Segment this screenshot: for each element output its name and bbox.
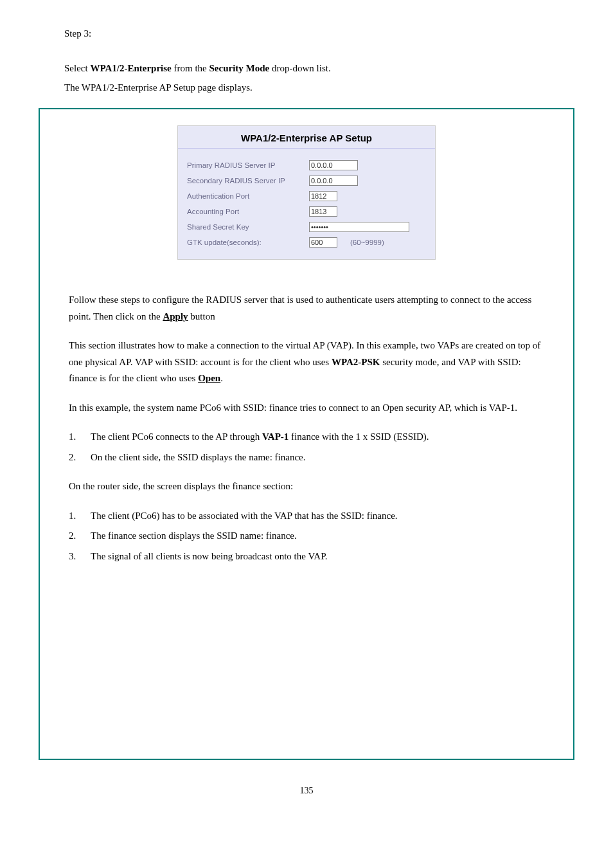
panel-header: WPA1/2-Enterprise AP Setup [178, 126, 435, 149]
wpa-enterprise-panel: WPA1/2-Enterprise AP Setup Primary RADIU… [177, 125, 436, 260]
step-bold-2: Security Mode [209, 63, 270, 73]
step-prefix: Select [64, 63, 88, 73]
gtk-input[interactable] [309, 237, 337, 248]
sect1-t2: On the client side, the SSID displays th… [91, 449, 544, 466]
sect1-n2: 2. [69, 449, 91, 466]
step-number: Step 3: [64, 28, 91, 39]
sect2-t2: The finance section displays the SSID na… [91, 528, 544, 545]
para2-tail-prefix: account is for the client who uses [200, 357, 332, 367]
sect1-n1: 1. [69, 429, 91, 446]
sect1-t1b: VAP-1 [262, 431, 289, 442]
primary-radius-label: Primary RADIUS Server IP [187, 161, 309, 169]
sect2-t1: The client (PCo6) has to be associated w… [91, 508, 544, 525]
para1-apply: Apply [163, 311, 188, 321]
sect1-t1a: The client PCo6 connects to the AP throu… [91, 431, 260, 442]
shared-secret-label: Shared Secret Key [187, 223, 309, 231]
para2-underline: Open [198, 373, 220, 383]
gtk-label: GTK update(seconds): [187, 239, 309, 246]
panel-title: WPA1/2-Enterprise AP Setup [241, 132, 372, 143]
auth-port-label: Authentication Port [187, 192, 309, 200]
setup-title: The WPA1/2-Enterprise AP Setup page disp… [64, 80, 549, 95]
sect2-n3: 3. [69, 548, 91, 565]
para2-bold1: WPA2-PSK [332, 357, 380, 367]
page-number: 135 [0, 786, 613, 796]
body-text: Follow these steps to configure the RADI… [40, 273, 573, 565]
sect1-t1c: finance with the 1 x SSID (ESSID). [291, 431, 429, 442]
acct-port-input[interactable] [309, 206, 337, 217]
secondary-radius-input[interactable] [309, 176, 358, 186]
sect2-n1: 1. [69, 508, 91, 525]
step-mid: from the [174, 63, 207, 73]
shared-secret-input[interactable] [309, 222, 409, 232]
sect2-t3: The signal of all clients is now being b… [91, 548, 544, 565]
para1-suffix: button [190, 311, 215, 321]
step-suffix: drop-down list. [272, 63, 331, 73]
content-frame: WPA1/2-Enterprise AP Setup Primary RADIU… [39, 108, 574, 760]
sect2-intro: On the router side, the screen displays … [69, 478, 544, 495]
sect2-n2: 2. [69, 528, 91, 545]
step-bold-1: WPA1/2-Enterprise [90, 63, 171, 73]
auth-port-input[interactable] [309, 191, 337, 201]
acct-port-label: Accounting Port [187, 208, 309, 215]
para1-prefix: Follow these steps to configure the RADI… [69, 294, 531, 321]
sect1-intro: In this example, the system name PCo6 wi… [69, 400, 544, 417]
gtk-hint: (60~9999) [350, 239, 384, 246]
para2-suffix: . [220, 373, 223, 383]
primary-radius-input[interactable] [309, 160, 358, 170]
secondary-radius-label: Secondary RADIUS Server IP [187, 177, 309, 185]
